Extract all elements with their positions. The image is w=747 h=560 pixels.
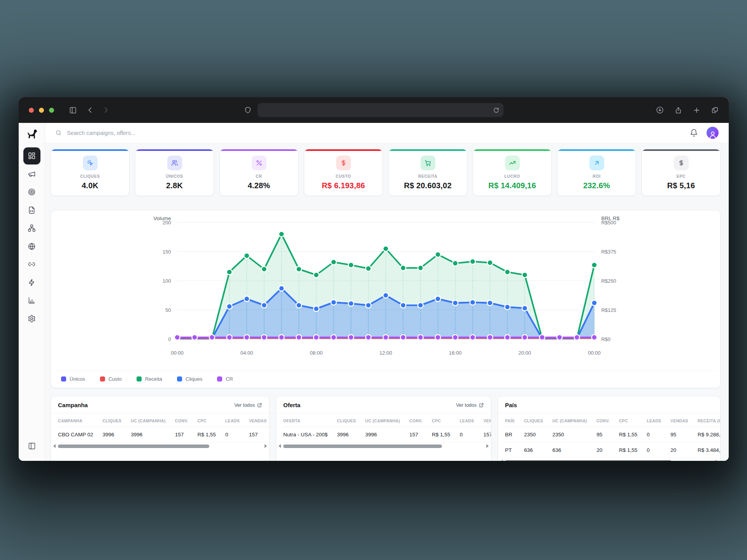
share-button[interactable] <box>675 107 682 114</box>
table-card-oferta: Oferta Ver todos OFERTACLIQUESUC (CAMPAN… <box>276 396 491 461</box>
cart-icon <box>424 159 431 166</box>
sidebar-item-landers[interactable] <box>23 201 40 219</box>
column-header: UC (CAMPANHA) <box>552 414 596 427</box>
scroll-left-arrow[interactable] <box>53 444 56 448</box>
ver-todos-link[interactable]: Ver todos <box>234 402 262 408</box>
network-icon <box>28 224 36 232</box>
scroll-left-arrow[interactable] <box>500 460 503 461</box>
legend-swatch <box>177 376 182 382</box>
table-card-pais: País PAÍSCLIQUESUC (CAMPANHA)CONV.CPCLEA… <box>498 396 721 461</box>
legend-item-cliques[interactable]: Cliques <box>177 376 202 382</box>
sidebar-item-automation[interactable] <box>23 274 40 291</box>
kpi-card-lucro: LUCROR$ 14.409,16 <box>473 149 552 196</box>
svg-text:12:00: 12:00 <box>379 350 392 356</box>
scrollbar-thumb[interactable] <box>505 460 672 461</box>
kpi-row: CLIQUES4.0KÚNICOS2.8KCR4.28%CUSTOR$ 6.19… <box>51 149 721 196</box>
kpi-label: ÚNICOS <box>166 174 183 178</box>
url-bar[interactable] <box>258 103 503 117</box>
new-tab-button[interactable] <box>693 107 700 114</box>
sidebar-item-reports[interactable] <box>23 292 40 309</box>
ver-todos-link[interactable]: Ver todos <box>456 402 484 408</box>
kpi-accent-bar <box>389 149 467 151</box>
legend-swatch <box>217 376 222 382</box>
scroll-left-arrow[interactable] <box>279 444 281 448</box>
performance-chart: 0R$050R$125100R$250150R$375200R$500Volum… <box>56 215 715 371</box>
minimize-window-button[interactable] <box>39 108 44 113</box>
table-row: PT63663620R$ 1,55020R$ 3.484,10 <box>505 443 720 458</box>
global-search[interactable] <box>55 130 690 136</box>
downloads-button[interactable] <box>656 106 664 114</box>
column-header: OFERTA <box>283 414 337 427</box>
scroll-right-arrow[interactable] <box>265 444 267 448</box>
column-header: RECEITA (CO <box>698 414 720 427</box>
sidebar-item-offers[interactable] <box>23 184 40 201</box>
kpi-icon-badge <box>83 156 98 170</box>
table-title: País <box>505 402 517 408</box>
legend-item-custo[interactable]: Custo <box>100 376 122 382</box>
svg-text:R$0: R$0 <box>601 336 610 342</box>
column-header: UC (CAMPANHA) <box>131 414 175 427</box>
table-title: Campanha <box>58 402 88 408</box>
browser-window: CLIQUES4.0KÚNICOS2.8KCR4.28%CUSTOR$ 6.19… <box>19 97 729 461</box>
kpi-label: CUSTO <box>336 174 351 178</box>
forward-button[interactable] <box>102 107 109 114</box>
kpi-icon-badge <box>167 156 182 170</box>
sidebar-item-settings[interactable] <box>23 310 40 327</box>
browser-sidebar-toggle[interactable] <box>69 107 77 114</box>
chart-legend: ÚnicosCustoReceitaCliquesCR <box>56 371 715 388</box>
kpi-accent-bar <box>304 149 382 151</box>
column-header: VENDAS <box>670 414 698 427</box>
refresh-icon[interactable] <box>493 107 499 113</box>
kpi-accent-bar <box>642 149 720 151</box>
sidebar-item-dashboard[interactable] <box>23 147 40 164</box>
user-avatar[interactable] <box>707 127 719 139</box>
notifications-bell-icon[interactable] <box>690 129 698 137</box>
users-icon <box>171 159 178 166</box>
kpi-card-cliques: CLIQUES4.0K <box>51 149 130 196</box>
sidebar-item-flows[interactable] <box>23 220 40 237</box>
sidebar-item-links[interactable] <box>23 256 40 273</box>
scrollbar-thumb[interactable] <box>58 444 209 448</box>
scrollbar-thumb[interactable] <box>283 444 442 448</box>
kpi-card-receita: RECEITAR$ 20.603,02 <box>388 149 467 196</box>
sidebar-item-campaigns[interactable] <box>23 165 40 182</box>
column-header: VENDAS <box>483 414 491 427</box>
kpi-value: 4.0K <box>82 181 98 190</box>
back-button[interactable] <box>87 107 94 114</box>
column-header: CONV. <box>596 414 619 427</box>
kpi-accent-bar <box>558 149 636 151</box>
external-link-icon <box>479 402 484 408</box>
zoom-window-button[interactable] <box>49 108 54 113</box>
svg-text:20:00: 20:00 <box>519 350 531 356</box>
scroll-right-arrow[interactable] <box>715 460 718 461</box>
legend-item-únicos[interactable]: Únicos <box>61 376 85 382</box>
arrow-up-right-icon <box>593 159 600 166</box>
zap-icon <box>28 278 36 287</box>
sidebar-item-domains[interactable] <box>23 238 40 255</box>
svg-text:R$375: R$375 <box>601 249 616 255</box>
legend-item-receita[interactable]: Receita <box>137 376 162 382</box>
sidebar-collapse-button[interactable] <box>23 438 40 455</box>
close-window-button[interactable] <box>29 108 34 113</box>
column-header: CPC <box>432 414 459 427</box>
horizontal-scrollbar <box>51 443 269 448</box>
kpi-card-únicos: ÚNICOS2.8K <box>135 149 214 196</box>
kpi-card-custo: CUSTOR$ 6.193,86 <box>304 149 383 196</box>
search-input[interactable] <box>66 130 230 136</box>
table-title: Oferta <box>283 402 300 408</box>
percent-icon <box>256 159 263 166</box>
kpi-icon-badge <box>252 156 267 170</box>
tab-overview-button[interactable] <box>711 107 719 114</box>
shield-icon[interactable] <box>244 107 251 114</box>
kpi-label: EPC <box>677 174 686 178</box>
column-header: CONV. <box>175 414 198 427</box>
svg-text:00:00: 00:00 <box>171 350 184 356</box>
horizontal-scrollbar <box>498 458 720 461</box>
kpi-value: 2.8K <box>166 181 183 190</box>
scroll-right-arrow[interactable] <box>486 444 489 448</box>
kpi-value: 4.28% <box>248 181 270 190</box>
kpi-card-roi: ROI232.6% <box>557 149 636 196</box>
dollar-icon <box>678 159 685 166</box>
svg-text:BRL R$: BRL R$ <box>601 215 619 221</box>
legend-item-cr[interactable]: CR <box>217 376 233 382</box>
